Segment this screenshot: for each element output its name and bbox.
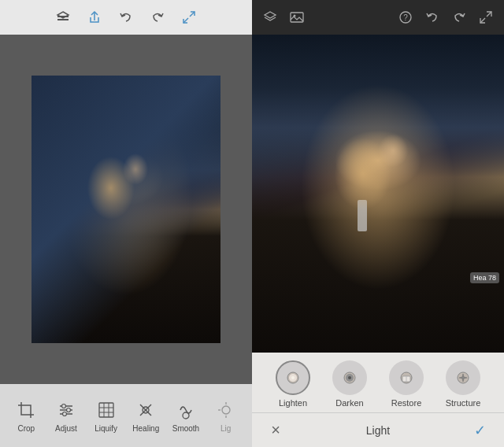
close-button[interactable]: ×: [265, 419, 287, 441]
svg-point-15: [183, 412, 189, 419]
healing-icon: [135, 399, 157, 421]
svg-point-6: [61, 404, 65, 408]
healing-label-badge: Hea 78: [470, 272, 499, 283]
right-help-icon[interactable]: ?: [397, 9, 414, 26]
right-panel: ?: [252, 0, 504, 447]
svg-point-7: [66, 408, 70, 412]
undo-icon[interactable]: [117, 9, 135, 26]
structure-tool[interactable]: Structure: [439, 360, 487, 408]
right-photo: [252, 35, 504, 353]
svg-marker-20: [265, 12, 276, 18]
right-layers-icon[interactable]: [261, 9, 279, 26]
svg-text:?: ?: [403, 13, 408, 22]
right-tools-panel: Lighten Darken: [252, 353, 504, 447]
right-toolbar-right-group: ?: [397, 9, 495, 26]
right-toolbar: ?: [252, 0, 504, 35]
tools-row: Lighten Darken: [252, 353, 504, 412]
left-bottom-bar: Crop Adjust: [0, 384, 252, 447]
right-redo-icon[interactable]: [450, 9, 468, 26]
svg-point-8: [62, 412, 66, 416]
right-undo-icon[interactable]: [424, 9, 441, 26]
right-bottom-bar: × Light ✓: [252, 412, 504, 447]
left-photo: [32, 76, 220, 343]
smooth-tool[interactable]: Smooth: [169, 399, 203, 433]
liquify-icon: [95, 399, 117, 421]
left-image-area: [0, 35, 252, 384]
healing-label: Healing: [132, 424, 159, 433]
liquify-label: Liquify: [94, 424, 117, 433]
brush-indicator: [358, 200, 367, 231]
light-tool[interactable]: Lig: [209, 399, 243, 433]
panel-title: Light: [366, 424, 390, 437]
svg-point-16: [222, 406, 230, 414]
left-panel: Crop Adjust: [0, 0, 252, 447]
right-toolbar-left-group: [261, 9, 306, 26]
crop-tool[interactable]: Crop: [9, 399, 43, 433]
adjust-label: Adjust: [55, 424, 77, 433]
smooth-icon: [175, 399, 197, 421]
svg-point-27: [291, 376, 295, 379]
restore-icon-circle: [389, 360, 424, 395]
crop-icon: [15, 399, 37, 421]
svg-point-30: [348, 376, 351, 379]
liquify-tool[interactable]: Liquify: [89, 399, 124, 433]
smooth-label: Smooth: [172, 424, 199, 433]
layers-icon[interactable]: [54, 9, 72, 26]
svg-rect-0: [57, 19, 69, 20]
crop-label: Crop: [17, 424, 35, 433]
light-label: Lig: [220, 424, 231, 433]
left-toolbar: [0, 0, 252, 35]
lighten-tool[interactable]: Lighten: [269, 360, 317, 408]
restore-tool[interactable]: Restore: [383, 360, 430, 408]
darken-label: Darken: [335, 398, 363, 408]
adjust-icon: [55, 399, 77, 421]
adjust-tool[interactable]: Adjust: [49, 399, 83, 433]
redo-icon[interactable]: [149, 9, 166, 26]
restore-label: Restore: [391, 398, 422, 408]
structure-icon-circle: [446, 360, 480, 395]
lighten-label: Lighten: [279, 398, 307, 408]
lighten-icon-circle: [276, 360, 310, 395]
expand-icon[interactable]: [180, 9, 198, 26]
svg-rect-9: [99, 403, 113, 417]
right-expand-icon[interactable]: [477, 9, 495, 26]
right-image-area: Hea 78: [252, 35, 504, 353]
confirm-button[interactable]: ✓: [469, 419, 491, 441]
light-icon: [215, 399, 237, 421]
darken-icon-circle: [332, 360, 367, 395]
healing-tool[interactable]: Healing: [128, 399, 163, 433]
share-icon[interactable]: [86, 9, 103, 26]
structure-label: Structure: [446, 398, 481, 408]
right-photo-icon[interactable]: [288, 9, 306, 26]
darken-tool[interactable]: Darken: [326, 360, 373, 408]
